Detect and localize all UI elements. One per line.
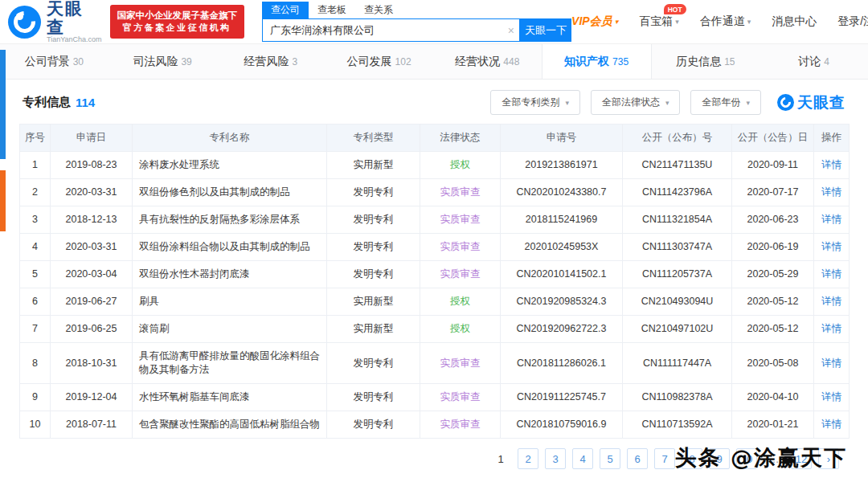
status-badge: 实质审查: [440, 419, 481, 430]
legal-status: 实质审查: [420, 179, 501, 206]
top-nav-item[interactable]: 消息中心: [772, 14, 817, 29]
page-button[interactable]: …: [764, 448, 784, 469]
left-edge-orange-strip: [0, 170, 6, 231]
column-header: 专利类型: [327, 125, 420, 152]
main-content: 专利信息 114 全部专利类别 ▾ 全部法律状态 ▾ 全部年份 ▾: [0, 80, 868, 469]
column-header: 法律状态: [420, 125, 501, 152]
patent-count: 114: [76, 96, 95, 109]
legal-status: 实质审查: [420, 411, 501, 439]
chevron-down-icon: ▾: [747, 18, 751, 26]
filter-bar: 全部专利类别 ▾ 全部法律状态 ▾ 全部年份 ▾: [490, 90, 761, 115]
row-index: 6: [20, 288, 51, 316]
row-index: 2: [20, 179, 51, 206]
patent-type: 发明专利: [327, 206, 420, 234]
detail-link[interactable]: 详情: [821, 419, 841, 430]
top-nav-item[interactable]: 合作通道 ▾: [700, 14, 751, 29]
page-button[interactable]: 10: [736, 448, 757, 469]
clear-icon[interactable]: ×: [508, 25, 514, 36]
detail-link[interactable]: 详情: [821, 391, 841, 402]
publication-number: CN110713592A: [623, 411, 732, 439]
publication-date: 2020-06-23: [732, 206, 814, 234]
section-tab[interactable]: 历史信息 15: [652, 44, 760, 79]
column-header: 序号: [20, 125, 51, 152]
page-button[interactable]: 6: [627, 448, 648, 469]
pagination: 1 2 3 4 5 6 7 8 9 10 … 12: [19, 448, 849, 469]
detail-link[interactable]: 详情: [821, 296, 841, 307]
page-button[interactable]: 8: [682, 448, 702, 469]
status-badge: 实质审查: [440, 186, 481, 198]
filter-dropdown[interactable]: 全部法律状态 ▾: [591, 90, 681, 115]
action-cell: 详情: [814, 234, 850, 261]
publication-number: CN210493094U: [623, 288, 732, 316]
legal-status: 实质审查: [420, 261, 501, 288]
patent-name: 包含聚醚改性聚酯的高固低粘树脂组合物: [133, 411, 327, 439]
filter-label: 全部专利类别: [502, 96, 559, 109]
page-button[interactable]: 7: [654, 448, 675, 469]
publication-number: CN111321854A: [623, 206, 732, 234]
search-block: 查公司 查老板 查关系 × 天眼一下: [262, 2, 571, 42]
search-input[interactable]: [263, 19, 519, 41]
top-nav-item[interactable]: VIP会员 ▾: [571, 14, 618, 29]
section-tab[interactable]: 经营状况 448: [433, 44, 542, 79]
status-badge: 实质审查: [440, 241, 481, 252]
row-index: 7: [20, 316, 51, 343]
table-row: 7 2019-06-25 滚筒刷 实用新型 授权 CN201920962722.…: [20, 316, 850, 343]
application-number: CN202010141502.1: [501, 261, 623, 288]
detail-link[interactable]: 详情: [821, 357, 841, 369]
column-header: 专利名称: [133, 125, 327, 152]
publication-date: 2020-05-12: [732, 288, 814, 316]
page-button[interactable]: 2: [518, 448, 538, 469]
column-header: 公开（公布）号: [623, 125, 732, 152]
section-tab-label: 公司发展: [347, 55, 392, 69]
page-button[interactable]: ›: [818, 448, 839, 469]
row-index: 4: [20, 234, 51, 261]
application-number: CN201911225745.7: [501, 384, 623, 411]
page-button[interactable]: 5: [600, 448, 620, 469]
filter-dropdown[interactable]: 全部专利类别 ▾: [490, 90, 580, 115]
top-nav-item[interactable]: HOT 百宝箱 ▾: [639, 14, 679, 29]
row-index: 9: [20, 384, 51, 411]
detail-link[interactable]: 详情: [821, 214, 841, 225]
search-button[interactable]: 天眼一下: [520, 18, 571, 42]
top-nav: VIP会员 ▾ HOT 百宝箱 ▾ 合作通道 ▾ 消息中心: [571, 14, 868, 29]
section-tab-label: 司法风险: [133, 55, 178, 69]
legal-status: 实质审查: [420, 343, 501, 384]
application-number: CN201920962722.3: [501, 316, 623, 343]
column-header: 公开（公告）日: [732, 125, 814, 152]
detail-link[interactable]: 详情: [821, 241, 841, 252]
publication-number: CN111423796A: [623, 179, 732, 206]
section-tab[interactable]: 经营风险 3: [217, 44, 326, 79]
section-tab[interactable]: 公司背景 30: [0, 44, 108, 79]
application-number: CN201810759016.9: [501, 411, 623, 439]
page-button[interactable]: 1: [490, 448, 511, 469]
application-date: 2020-03-31: [51, 179, 133, 206]
page-button[interactable]: 4: [572, 448, 593, 469]
page-button[interactable]: 9: [709, 448, 730, 469]
detail-link[interactable]: 详情: [821, 186, 841, 198]
logo-domain-text: TianYanCha.com: [47, 36, 102, 44]
top-nav-item[interactable]: 登录/注册: [837, 14, 868, 29]
search-type-tab[interactable]: 查公司: [262, 2, 309, 18]
application-date: 2020-03-31: [51, 234, 133, 261]
patent-type: 发明专利: [327, 384, 420, 411]
patent-type: 发明专利: [327, 179, 420, 206]
page-button[interactable]: 12: [791, 448, 812, 469]
patent-type: 实用新型: [327, 288, 420, 316]
table-row: 1 2019-08-23 涂料废水处理系统 实用新型 授权 2019213861…: [20, 152, 850, 179]
tianyancha-logo[interactable]: 天眼查 TianYanCha.com: [8, 0, 102, 44]
search-type-tab[interactable]: 查老板: [309, 2, 355, 18]
section-tab[interactable]: 公司发展 102: [325, 44, 433, 79]
section-tab[interactable]: 司法风险 39: [108, 44, 217, 79]
publication-number: CN111303747A: [623, 234, 732, 261]
tianyancha-logo-icon: [8, 6, 41, 39]
patent-name: 滚筒刷: [133, 316, 327, 343]
page-button[interactable]: 3: [545, 448, 566, 469]
detail-link[interactable]: 详情: [821, 268, 841, 280]
filter-dropdown[interactable]: 全部年份 ▾: [690, 90, 761, 115]
detail-link[interactable]: 详情: [821, 159, 841, 170]
table-row: 4 2020-03-31 双组份涂料组合物以及由其制成的制品 发明专利 实质审查…: [20, 234, 850, 261]
section-tab[interactable]: 知识产权 735: [542, 44, 652, 79]
detail-link[interactable]: 详情: [821, 323, 841, 334]
section-tab[interactable]: 讨论 4: [760, 44, 868, 79]
search-type-tab[interactable]: 查关系: [355, 2, 402, 18]
